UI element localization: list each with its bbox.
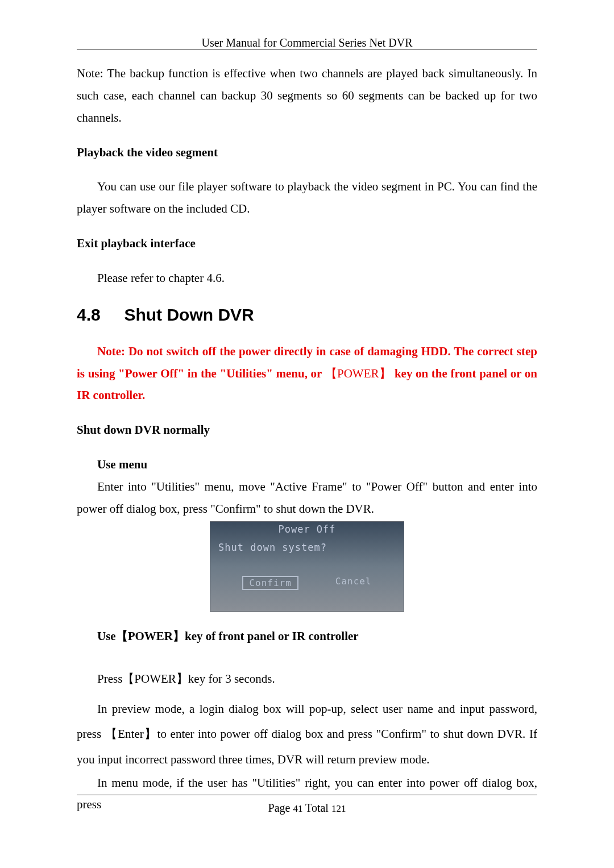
heading-shutdown-normally: Shut down DVR normally <box>77 419 537 441</box>
page-content: Note: The backup function is effective w… <box>77 63 537 771</box>
paragraph-press-power: Press【POWER】key for 3 seconds. <box>77 668 537 690</box>
page-footer: Page 41 Total 121 <box>77 801 537 815</box>
page: User Manual for Commercial Series Net DV… <box>0 0 614 868</box>
section-title-text: Shut Down DVR <box>124 305 254 324</box>
footer-total-label: Total <box>305 801 329 814</box>
header-rule <box>77 49 537 49</box>
cancel-button[interactable]: Cancel <box>335 576 372 590</box>
poweroff-dialog: Power Off Shut down system? Confirm Canc… <box>210 521 404 612</box>
heading-exit-playback: Exit playback interface <box>77 232 537 255</box>
header-title: User Manual for Commercial Series Net DV… <box>201 36 412 49</box>
dialog-title: Power Off <box>210 522 404 535</box>
page-header: User Manual for Commercial Series Net DV… <box>77 36 537 49</box>
dialog-message: Shut down system? <box>210 535 404 553</box>
heading-use-power-key: Use【POWER】key of front panel or IR contr… <box>77 625 537 647</box>
dialog-screenshot: Power Off Shut down system? Confirm Canc… <box>77 521 537 612</box>
footer-page-label: Page <box>268 801 291 814</box>
section-heading: 4.8 Shut Down DVR <box>77 305 537 325</box>
footer-page-num: 41 <box>293 803 302 814</box>
warning-note: Note: Do not switch off the power direct… <box>77 340 537 407</box>
heading-use-menu: Use menu <box>77 454 537 476</box>
heading-playback-segment: Playback the video segment <box>77 142 537 164</box>
confirm-button[interactable]: Confirm <box>242 576 298 590</box>
note-backup: Note: The backup function is effective w… <box>77 63 537 129</box>
paragraph-preview-mode: In preview mode, a login dialog box will… <box>77 696 537 771</box>
paragraph-playback: You can use our file player software to … <box>77 176 537 220</box>
dialog-button-row: Confirm Cancel <box>210 576 404 590</box>
footer-rule <box>77 795 537 795</box>
footer-total-num: 121 <box>331 803 346 814</box>
warning-power-key: 【POWER】 <box>325 367 392 380</box>
paragraph-use-menu: Enter into "Utilities" menu, move "Activ… <box>77 476 537 520</box>
section-number: 4.8 <box>77 305 101 324</box>
paragraph-exit: Please refer to chapter 4.6. <box>77 267 537 289</box>
